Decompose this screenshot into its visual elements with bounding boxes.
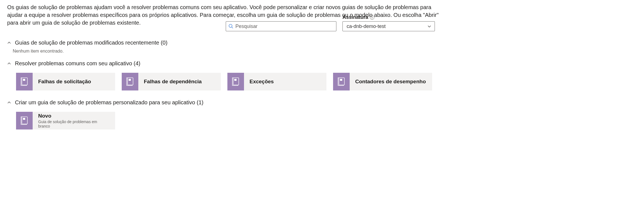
card-title: Exceções xyxy=(250,79,321,85)
svg-rect-10 xyxy=(22,117,27,124)
svg-rect-4 xyxy=(128,78,133,85)
card-subtitle: Guia de solução de problemas em branco xyxy=(38,120,110,128)
subscription-label-text: Assinatura xyxy=(342,14,368,20)
card-exceptions[interactable]: Exceções xyxy=(227,73,326,90)
card-new-guide[interactable]: Novo Guia de solução de problemas em bra… xyxy=(16,112,115,129)
svg-rect-2 xyxy=(22,78,27,85)
card-title: Novo xyxy=(38,113,110,119)
section-common-header[interactable]: Resolver problemas comuns com seu aplica… xyxy=(7,59,637,68)
chevron-down-icon xyxy=(427,24,431,28)
search-input[interactable] xyxy=(226,21,336,31)
section-custom-title: Criar um guia de solução de problemas pe… xyxy=(15,99,203,106)
card-request-failures[interactable]: Falhas de solicitação xyxy=(16,73,115,90)
section-common-cards: Falhas de solicitação Falhas de dependên… xyxy=(7,68,637,93)
svg-rect-8 xyxy=(339,78,344,85)
guide-icon xyxy=(227,73,244,90)
subscription-block: Assinatura i ca-dnb-demo-test xyxy=(342,14,435,31)
search-wrapper xyxy=(226,21,336,31)
guide-icon xyxy=(333,73,350,90)
card-title: Falhas de dependência xyxy=(144,79,215,85)
section-recent-header[interactable]: Guias de solução de problemas modificado… xyxy=(7,38,637,48)
section-custom: Criar um guia de solução de problemas pe… xyxy=(7,98,637,132)
chevron-up-icon xyxy=(7,62,11,66)
section-recent-title: Guias de solução de problemas modificado… xyxy=(15,40,167,46)
card-title: Falhas de solicitação xyxy=(38,79,110,85)
subscription-value: ca-dnb-demo-test xyxy=(347,24,386,29)
info-icon[interactable]: i xyxy=(370,15,374,20)
subscription-label: Assinatura i xyxy=(342,14,435,20)
svg-rect-11 xyxy=(23,118,25,120)
section-recent-empty: Nenhum item encontrado. xyxy=(7,48,637,54)
chevron-up-icon xyxy=(7,41,11,45)
svg-rect-3 xyxy=(23,79,25,81)
svg-rect-6 xyxy=(233,78,239,85)
section-common-title: Resolver problemas comuns com seu aplica… xyxy=(15,60,141,67)
guide-icon xyxy=(16,112,33,129)
card-performance-counters[interactable]: Contadores de desempenho xyxy=(333,73,432,90)
section-custom-header[interactable]: Criar um guia de solução de problemas pe… xyxy=(7,98,637,107)
svg-rect-9 xyxy=(340,79,342,81)
svg-rect-5 xyxy=(129,79,131,81)
section-custom-cards: Novo Guia de solução de problemas em bra… xyxy=(7,107,637,132)
chevron-up-icon xyxy=(7,101,11,105)
card-title: Contadores de desempenho xyxy=(355,79,427,85)
card-dependency-failures[interactable]: Falhas de dependência xyxy=(122,73,221,90)
section-common: Resolver problemas comuns com seu aplica… xyxy=(7,59,637,93)
section-recent: Guias de solução de problemas modificado… xyxy=(7,38,637,54)
svg-rect-7 xyxy=(234,79,237,81)
subscription-select[interactable]: ca-dnb-demo-test xyxy=(342,21,435,31)
guide-icon xyxy=(122,73,138,90)
guide-icon xyxy=(16,73,33,90)
